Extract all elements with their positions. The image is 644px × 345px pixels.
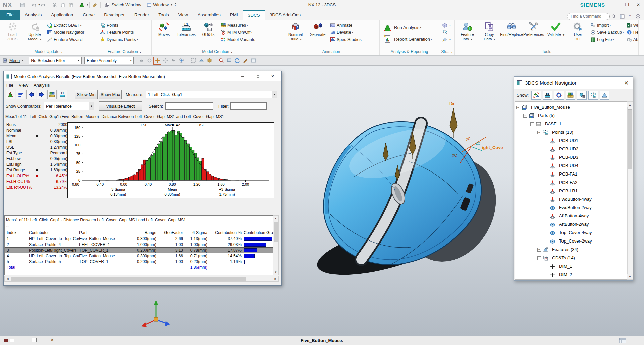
save-icon[interactable] [18,1,26,9]
scrollbar-part[interactable]: ◀ [5,276,10,281]
collapse-icon[interactable]: − [537,256,541,260]
tree-item-features-34-[interactable]: +Features (34) [515,246,626,254]
ribbon-group-label[interactable]: Animation [283,49,379,55]
select-hand-icon[interactable] [225,57,233,64]
ribbon-item-moves[interactable]: Moves [153,21,175,37]
tree-item-aftbutton-4way[interactable]: AftButton-4way [515,212,626,220]
scroll-thumb[interactable] [628,109,632,169]
tab-developer[interactable]: Developer [99,10,129,20]
tree-item-aftbutton-2way[interactable]: AftButton-2way [515,220,626,229]
collapse-icon[interactable]: − [516,106,520,109]
dialog-titlebar[interactable]: Monte Carlo Analysis Results (Five Butto… [4,71,281,81]
scroll-up-icon[interactable]: ▲ [627,102,633,107]
close-button[interactable]: ✕ [633,0,644,10]
show-points-button[interactable] [588,91,598,100]
filter-input[interactable] [230,102,267,110]
tree-item-pcb-lr1[interactable]: PCB-LR1 [515,187,626,195]
scrollbar-part[interactable] [11,277,246,281]
tree-item-pcb-ud2[interactable]: PCB-UD2 [515,145,626,153]
minimize-button[interactable]: ─ [610,0,621,10]
window-menu-button[interactable]: Window ▾ ▾ [144,1,179,9]
measure-icon[interactable] [47,90,57,99]
refresh-view-icon[interactable] [233,57,241,64]
analysis-histogram-icon[interactable] [78,1,86,9]
tree-item-base-1[interactable]: −BASE_1 [515,120,626,128]
window-chiclet-icon[interactable] [10,339,14,342]
shaded-view-icon[interactable] [198,57,205,64]
tab-3dcs[interactable]: 3DCS [243,10,265,20]
point-snap-icon[interactable] [154,57,161,64]
ribbon-item-import[interactable]: Import▾ [589,22,625,29]
window-layout-icon[interactable] [619,338,626,343]
ribbon-item-dynamic-points[interactable]: Dynamic Points▾ [99,36,139,43]
dialog-close-button[interactable]: ✕ [266,71,279,81]
show-min-button[interactable]: Show Min [75,90,98,99]
ribbon-item-points[interactable]: Points [99,22,139,29]
histogram-icon[interactable] [6,90,15,99]
list-vscrollbar[interactable]: ▲▼ [273,215,279,275]
model-navigator-panel[interactable]: 3DCS Model Navigator ✕ Show: ±1 −Five_Bu… [514,76,633,281]
show-max-button[interactable]: Show Max [99,90,122,99]
scrollbar-part[interactable]: ▲ [273,216,278,221]
tab-render[interactable]: Render [129,10,154,20]
tree-item-pcb-ud4[interactable]: PCB-UD4 [515,162,626,170]
search-input[interactable] [165,102,213,110]
transform-icon[interactable] [138,57,145,64]
tree-item-points-13-[interactable]: −Points (13) [515,128,626,137]
cube-view-icon[interactable] [206,57,213,64]
rotate-handle-icon[interactable] [146,57,153,64]
tree-item-five-button-mouse[interactable]: −Five_Button_Mouse [515,103,626,112]
dialog-menu-file[interactable]: File [4,83,16,88]
find-command-input[interactable] [567,13,610,20]
ribbon-item-load-3dcs[interactable]: Load3DCS [1,21,23,41]
tree-item-pcb-fa1[interactable]: PCB-FA1 [515,170,626,179]
ribbon-item-find-replace[interactable]: Find/Replace [500,21,523,37]
ribbon-item-display-cube[interactable]: ▾ [441,22,452,29]
ribbon-group-label[interactable]: Analysis & Reporting [380,49,439,55]
drag-icon[interactable] [170,57,177,64]
tab-file[interactable]: File [0,10,20,20]
tree-item-pcb-ud1[interactable]: PCB-UD1 [515,137,626,145]
tree-item-fwdbutton-2way[interactable]: FwdButton-2way [515,204,626,212]
prev-measure-icon[interactable] [26,90,36,99]
ribbon-group-label[interactable]: Feature Creation ▾ [97,49,151,55]
tab-application[interactable]: Application [46,10,78,20]
tree-item-parts-5-[interactable]: −Parts (5) [515,112,626,120]
next-measure-icon[interactable] [37,90,46,99]
ribbon-item-save-backup[interactable]: Save Backup▾ [589,29,625,36]
ribbon-item-mtm-on-off[interactable]: MTM On/Off▾ [219,29,256,36]
ribbon-item-validate[interactable]: Validate ▾ [545,21,567,37]
tree-item-pcb-fa2[interactable]: PCB-FA2 [515,179,626,187]
ribbon-item-run-analysis[interactable]: Run Analysis▾ [381,22,434,33]
show-moves-button[interactable] [531,91,541,100]
ribbon-item-model-variants[interactable]: Model Variants [219,36,256,43]
selection-filter-combo[interactable]: No Selection Filter ▼ [29,57,82,64]
ribbon-item-animate[interactable]: Animate [329,22,363,29]
selection-scope-combo[interactable]: Entire Assembly ▼ [84,57,134,64]
contributors-combo[interactable]: Per Tolerance▼ [44,102,94,110]
ribbon-item-display-dots[interactable] [441,29,452,36]
tab-tools[interactable]: Tools [154,10,174,20]
ribbon-item-feature-info[interactable]: iFeatureInfo ▾ [456,21,478,42]
tab-view[interactable]: View [174,10,193,20]
ribbon-item-write-to-excel[interactable]: Write to Excel▾ [625,22,638,29]
monte-carlo-dialog[interactable]: Monte Carlo Analysis Results (Five Butto… [3,71,282,286]
orbit-snap-icon[interactable] [178,57,185,64]
collapse-icon[interactable]: − [530,122,534,126]
ribbon-item-separate[interactable]: Separate [307,21,329,37]
help-icon[interactable] [634,13,642,20]
ribbon-item-report-generation[interactable]: Report Generation▾ [381,33,434,45]
navigator-vscrollbar[interactable]: ▲ ▼ [627,101,633,280]
window-overflow-icon[interactable]: ▾ [175,3,176,7]
tree-item-top-cover-4way[interactable]: Top_Cover-4way [515,229,626,237]
panel-toggle-icon[interactable] [618,13,626,20]
dialog-maximize-button[interactable]: □ [251,71,265,81]
show-features-button[interactable] [600,91,609,100]
minimize-ribbon-icon[interactable]: ⌃ [626,13,634,20]
ribbon-item-log-file[interactable]: Log File▾ [589,36,625,43]
restore-window-icon[interactable] [32,338,37,342]
ribbon-item-preferences[interactable]: Preferences [523,21,545,37]
ribbon-item-display-box[interactable]: ▾ [441,36,452,43]
search-icon[interactable] [610,13,618,20]
paste-icon[interactable] [67,1,75,9]
